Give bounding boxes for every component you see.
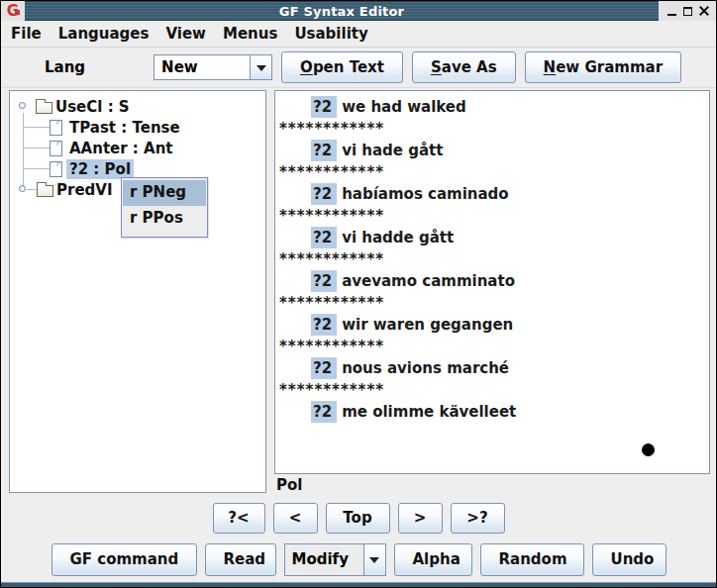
- tree-node-label: TPast : Tense: [66, 118, 183, 138]
- app-window: G GF Syntax Editor File Languages View M…: [0, 0, 717, 588]
- prev-metavariable-button[interactable]: ?<: [213, 503, 265, 534]
- next-node-button[interactable]: >: [398, 503, 443, 534]
- random-button[interactable]: Random: [480, 543, 584, 576]
- new-grammar-button[interactable]: New Grammar: [525, 51, 681, 83]
- folder-icon: [37, 185, 53, 197]
- tree-collapse-handle-icon[interactable]: [19, 185, 26, 192]
- menu-file[interactable]: File: [4, 23, 49, 45]
- prev-node-button[interactable]: <: [273, 503, 318, 534]
- menu-bar: File Languages View Menus Usability: [1, 21, 716, 48]
- tree-node-tpast[interactable]: TPast : Tense: [50, 117, 183, 138]
- linearization-line-italian: ?2avevamo camminato: [279, 270, 705, 292]
- folder-icon: [36, 102, 52, 114]
- gf-command-button[interactable]: GF command: [51, 543, 197, 576]
- lang-label: Lang: [45, 58, 85, 76]
- metavariable-chip[interactable]: ?2: [311, 270, 337, 292]
- gf-logo-icon: G: [7, 4, 19, 19]
- language-separator: ************: [279, 118, 705, 140]
- tree-node-label: UseCl : S: [52, 97, 133, 117]
- tree-node-aanter[interactable]: AAnter : Ant: [50, 138, 176, 158]
- language-separator: ************: [279, 248, 705, 270]
- lang-combobox[interactable]: New: [154, 54, 272, 80]
- tree-connector-line: [23, 127, 50, 128]
- metavariable-chip[interactable]: ?2: [311, 96, 337, 118]
- undo-button[interactable]: Undo: [592, 543, 666, 576]
- close-icon[interactable]: [699, 6, 709, 16]
- title-bar: G GF Syntax Editor: [1, 1, 716, 21]
- language-separator: ************: [279, 161, 705, 183]
- tree-node-label: PredVI: [53, 180, 116, 200]
- maximize-icon[interactable]: [683, 7, 692, 16]
- language-separator: ************: [279, 379, 705, 401]
- top-button[interactable]: Top: [326, 503, 390, 534]
- metavariable-chip[interactable]: ?2: [311, 314, 337, 336]
- menu-menus[interactable]: Menus: [216, 23, 284, 45]
- tree-connector-line: [23, 168, 50, 169]
- tree-expand-handle-icon[interactable]: [19, 102, 26, 109]
- tree-connector-line: [23, 113, 24, 190]
- tree-node-predvi[interactable]: PredVI: [37, 179, 116, 200]
- lang-combobox-value: New: [154, 55, 250, 79]
- metavariable-chip[interactable]: ?2: [311, 227, 337, 248]
- metavariable-chip[interactable]: ?2: [311, 183, 337, 205]
- refinement-popup-menu: r PNeg r PPos: [121, 177, 208, 238]
- linearization-line-french: ?2nous avions marché: [279, 357, 705, 379]
- linearization-panel[interactable]: ?2we had walked ************ ?2vi hade g…: [274, 90, 710, 474]
- cursor-dot: [642, 443, 655, 456]
- lang-combobox-arrow-button[interactable]: [250, 55, 271, 79]
- alpha-button[interactable]: Alpha: [394, 543, 472, 576]
- window-bottom-accent: [1, 582, 716, 587]
- language-separator: ************: [279, 205, 705, 227]
- popup-item-pneg[interactable]: r PNeg: [123, 180, 206, 206]
- focus-type-label: Pol: [274, 474, 710, 496]
- tree-connector-line: [27, 189, 37, 190]
- language-separator: ************: [279, 292, 705, 314]
- tree-connector-line: [23, 147, 50, 148]
- linearization-line-swedish: ?2vi hade gått: [279, 140, 705, 161]
- document-icon: [50, 161, 62, 177]
- modify-combobox-value: Modify: [285, 544, 363, 575]
- chevron-down-icon: [369, 557, 379, 568]
- linearization-line-german: ?2wir waren gegangen: [279, 314, 705, 336]
- chevron-down-icon: [256, 65, 266, 76]
- linearization-line-norwegian: ?2vi hadde gått: [279, 227, 705, 248]
- top-toolbar: Lang New Open Text Save As New Grammar: [1, 48, 716, 88]
- menu-view[interactable]: View: [158, 23, 213, 45]
- linearization-line-finnish: ?2me olimme kävelleet: [279, 401, 705, 423]
- modify-combobox[interactable]: Modify: [284, 543, 386, 576]
- document-icon: [50, 141, 62, 156]
- minimize-icon[interactable]: [667, 7, 676, 16]
- tree-node-label: AAnter : Ant: [66, 139, 176, 158]
- metavariable-chip[interactable]: ?2: [311, 357, 337, 379]
- read-button[interactable]: Read: [205, 543, 276, 576]
- tree-node-label-selected: ?2 : Pol: [66, 159, 134, 179]
- main-area: UseCl : S TPast : Tense AAnter : Ant ?2 …: [1, 88, 716, 499]
- popup-item-ppos[interactable]: r PPos: [123, 206, 206, 232]
- menu-languages[interactable]: Languages: [51, 23, 156, 45]
- navigation-bar: ?< < Top > >?: [1, 499, 716, 537]
- syntax-tree-panel[interactable]: UseCl : S TPast : Tense AAnter : Ant ?2 …: [9, 90, 266, 493]
- language-separator: ************: [279, 336, 705, 357]
- right-column: ?2we had walked ************ ?2vi hade g…: [274, 90, 710, 496]
- metavariable-chip[interactable]: ?2: [311, 140, 337, 161]
- modify-combobox-arrow-button[interactable]: [363, 544, 385, 575]
- next-metavariable-button[interactable]: >?: [451, 503, 505, 534]
- save-as-button[interactable]: Save As: [412, 51, 516, 83]
- command-bar: GF command Read Modify Alpha Random Undo: [1, 537, 716, 582]
- window-controls: [659, 1, 716, 21]
- tree-node-metavariable[interactable]: ?2 : Pol: [50, 158, 134, 179]
- open-text-button[interactable]: Open Text: [281, 51, 403, 83]
- window-title: GF Syntax Editor: [279, 4, 404, 19]
- title-strip: GF Syntax Editor: [25, 1, 659, 21]
- document-icon: [50, 120, 62, 136]
- metavariable-chip[interactable]: ?2: [311, 401, 337, 423]
- linearization-line-spanish: ?2habíamos caminado: [279, 183, 705, 205]
- app-logo: G: [1, 1, 25, 21]
- menu-usability[interactable]: Usability: [287, 23, 374, 45]
- linearization-line-english: ?2we had walked: [279, 96, 705, 118]
- tree-node-root[interactable]: UseCl : S: [36, 96, 133, 117]
